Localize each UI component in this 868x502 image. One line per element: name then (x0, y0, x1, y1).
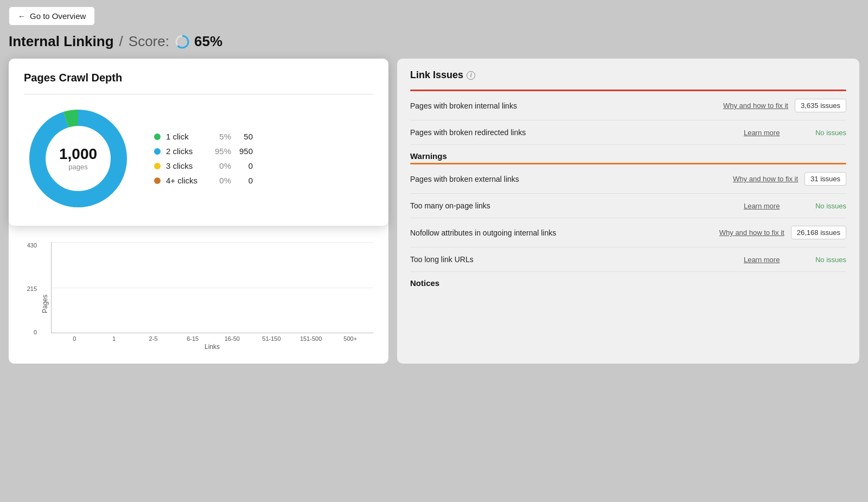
crawl-depth-card: Pages Crawl Depth (9, 59, 388, 226)
donut-chart-wrap: 1,000 pages (24, 104, 132, 213)
link-issues-title: Link Issues i (410, 69, 846, 81)
x-label-0: 0 (57, 335, 92, 342)
learn-more-too-many-links[interactable]: Learn more (744, 202, 809, 210)
warnings-label: Warnings (410, 145, 846, 163)
x-label-151-500: 151-500 (293, 335, 329, 342)
issue-name-broken-internal: Pages with broken internal links (410, 101, 717, 110)
no-issues-broken-redirect: No issues (815, 129, 846, 137)
legend-pct-3clicks: 0% (209, 161, 231, 170)
legend-dot-1click (154, 134, 161, 140)
legend-label-2clicks: 2 clicks (166, 147, 204, 156)
x-label-51-150: 51-150 (254, 335, 289, 342)
x-label-16-50: 16-50 (215, 335, 250, 342)
x-label-500plus: 500+ (333, 335, 368, 342)
page-title-row: Internal Linking / Score: 65% (9, 33, 859, 50)
go-to-overview-label: Go to Overview (30, 11, 86, 21)
crawl-depth-title: Pages Crawl Depth (24, 72, 373, 84)
issue-name-long-urls: Too long link URLs (410, 255, 737, 264)
why-fix-broken-internal-link[interactable]: Why and how to fix it (723, 101, 788, 110)
issue-name-broken-external: Pages with broken external links (410, 175, 726, 183)
score-value: 65% (194, 33, 222, 50)
donut-total-pages: 1,000 (59, 146, 97, 163)
notices-label: Notices (410, 272, 846, 290)
issue-name-broken-redirect: Pages with broken redirected links (410, 128, 737, 137)
legend-label-3clicks: 3 clicks (166, 161, 204, 170)
x-label-2-5: 2-5 (136, 335, 171, 342)
arrow-left-icon: ← (18, 12, 25, 21)
legend-dot-4clicks (154, 177, 161, 184)
go-to-overview-button[interactable]: ← Go to Overview (9, 7, 95, 26)
notices-section: Notices (410, 272, 846, 290)
y-label-430: 430 (27, 242, 37, 249)
legend-count-3clicks: 0 (237, 161, 253, 170)
legend-count-2clicks: 950 (237, 147, 253, 156)
x-label-6-15: 6-15 (175, 335, 210, 342)
issue-row-nofollow: Nofollow attributes in outgoing internal… (410, 218, 846, 247)
page-title: Internal Linking (9, 33, 114, 50)
legend-pct-4clicks: 0% (209, 176, 231, 185)
warnings-section: Warnings Pages with broken external link… (410, 145, 846, 272)
y-label-215: 215 (27, 285, 37, 292)
right-column: Link Issues i Pages with broken internal… (397, 59, 859, 364)
donut-pages-sub: pages (59, 163, 97, 171)
issue-name-nofollow: Nofollow attributes in outgoing internal… (410, 228, 713, 237)
why-fix-broken-external-link[interactable]: Why and how to fix it (733, 175, 798, 183)
errors-section-label: Pages with broken internal links Why and… (410, 90, 846, 145)
score-spinner-icon (175, 34, 190, 49)
link-issues-label: Link Issues (410, 69, 463, 81)
legend-item-1click: 1 click 5% 50 (154, 132, 253, 141)
issue-row-broken-external: Pages with broken external links Why and… (410, 164, 846, 194)
issue-row-too-many-links: Too many on-page links Learn more No iss… (410, 194, 846, 218)
score-circle-wrap: 65% (175, 33, 222, 50)
main-content: Pages Crawl Depth (9, 59, 859, 364)
legend-pct-1click: 5% (209, 132, 231, 141)
score-label: Score: (129, 33, 169, 50)
no-issues-too-many-links: No issues (815, 202, 846, 210)
issue-row-broken-redirect: Pages with broken redirected links Learn… (410, 120, 846, 145)
legend-item-3clicks: 3 clicks 0% 0 (154, 161, 253, 170)
x-axis-title: Links (51, 343, 373, 351)
legend-item-4clicks: 4+ clicks 0% 0 (154, 176, 253, 185)
issue-row-broken-internal: Pages with broken internal links Why and… (410, 91, 846, 120)
y-axis-title: Pages (41, 279, 49, 313)
legend-label-4clicks: 4+ clicks (166, 176, 204, 185)
info-icon[interactable]: i (467, 71, 475, 80)
chart-row: 1,000 pages 1 click 5% 50 (24, 104, 373, 213)
legend-item-2clicks: 2 clicks 95% 950 (154, 147, 253, 156)
title-separator: / (119, 33, 123, 50)
badge-nofollow: 26,168 issues (791, 226, 846, 239)
legend-dot-2clicks (154, 148, 161, 155)
legend-dot-3clicks (154, 163, 161, 169)
badge-broken-external: 31 issues (805, 172, 846, 186)
no-issues-long-urls: No issues (815, 256, 846, 264)
legend-count-4clicks: 0 (237, 176, 253, 185)
legend-count-1click: 50 (237, 132, 253, 141)
donut-center-text: 1,000 pages (59, 146, 97, 171)
learn-more-long-urls-link[interactable]: Learn more (744, 256, 809, 264)
left-column: Pages Crawl Depth (9, 59, 388, 364)
learn-more-broken-redirect-link[interactable]: Learn more (744, 129, 809, 137)
legend-pct-2clicks: 95% (209, 147, 231, 156)
why-fix-nofollow-link[interactable]: Why and how to fix it (719, 228, 784, 237)
links-histogram-card: 430 215 0 Pages (9, 209, 388, 364)
badge-broken-internal: 3,635 issues (795, 99, 846, 112)
y-label-0: 0 (34, 329, 37, 335)
issue-name-too-many-links: Too many on-page links (410, 201, 737, 210)
legend-items: 1 click 5% 50 2 clicks 95% 950 3 c (154, 132, 253, 185)
x-label-1: 1 (97, 335, 132, 342)
legend-label-1click: 1 click (166, 132, 204, 141)
issue-row-long-urls: Too long link URLs Learn more No issues (410, 247, 846, 272)
